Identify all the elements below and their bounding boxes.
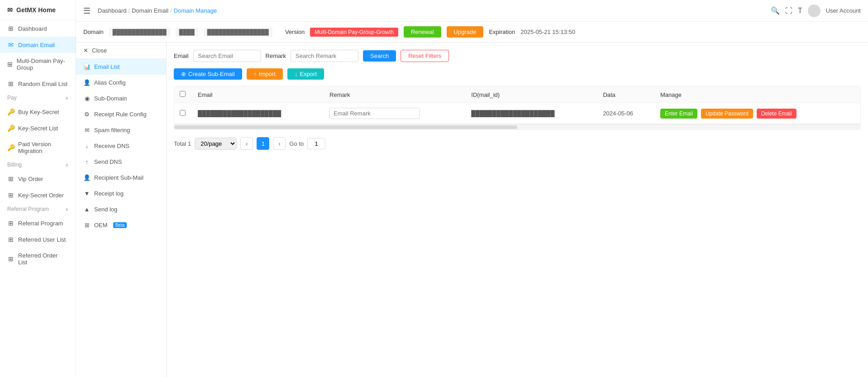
- select-all-checkbox[interactable]: [180, 91, 186, 97]
- header-email: Email: [192, 86, 324, 103]
- email-list-panel: Email Remark Search Reset Filters ⊕ Crea…: [167, 43, 868, 377]
- sidebar-item-paid-version-migration[interactable]: 🔑 Paid Version Migration: [0, 136, 76, 159]
- update-password-button[interactable]: Update Password: [701, 109, 753, 119]
- sub-sidebar: ✕ Close 📊 Email List 👤 Alias Config ◉ Su…: [76, 43, 167, 377]
- fullscreen-icon[interactable]: ⛶: [785, 7, 792, 15]
- sub-sidebar-item-receipt-rule[interactable]: ⚙ Receipt Rule Config: [76, 106, 166, 122]
- sub-sidebar-item-spam-filtering[interactable]: ✉ Spam filtering: [76, 122, 166, 138]
- key-secret-order-icon: ⊞: [7, 191, 14, 199]
- next-page-button[interactable]: ›: [273, 137, 286, 150]
- content-area: ✕ Close 📊 Email List 👤 Alias Config ◉ Su…: [76, 43, 868, 377]
- oem-beta-badge: Beta: [113, 222, 127, 228]
- breadcrumb-sep-2: /: [170, 7, 172, 14]
- hamburger-icon[interactable]: ☰: [83, 6, 91, 16]
- sub-sidebar-item-email-list[interactable]: 📊 Email List: [76, 59, 166, 75]
- oem-icon: ⊞: [83, 222, 91, 229]
- vip-order-icon: ⊞: [7, 175, 14, 182]
- sub-sidebar-item-sub-domain[interactable]: ◉ Sub-Domain: [76, 91, 166, 106]
- breadcrumb-domain-email[interactable]: Domain Email: [132, 7, 168, 14]
- header-manage: Manage: [655, 86, 860, 103]
- reset-filters-button[interactable]: Reset Filters: [401, 50, 449, 62]
- domain-extra-1: ████: [176, 28, 198, 37]
- sub-domain-icon: ◉: [83, 95, 91, 102]
- breadcrumb-dashboard[interactable]: Dashboard: [98, 7, 127, 14]
- remark-input[interactable]: [329, 108, 420, 119]
- sidebar-item-domain-email[interactable]: ✉ Domain Email: [0, 37, 76, 53]
- send-dns-icon: ↑: [83, 158, 91, 165]
- page-1-button[interactable]: 1: [257, 137, 269, 150]
- header-id: ID(mail_id): [466, 86, 597, 103]
- renewal-button[interactable]: Renewal: [404, 26, 441, 38]
- sub-sidebar-item-alias-config[interactable]: 👤 Alias Config: [76, 75, 166, 91]
- remark-search-input[interactable]: [291, 50, 358, 62]
- main-area: ☰ Dashboard / Domain Email / Domain Mana…: [76, 0, 868, 377]
- import-button[interactable]: ↑ Import: [247, 68, 283, 80]
- expiration-value: 2025-05-21 15:13:50: [520, 29, 575, 35]
- sidebar-item-multi-domain[interactable]: ⊞ Multi-Domain Pay-Group: [0, 53, 76, 76]
- email-table-wrap: Email Remark ID(mail_id) Data Manage: [174, 86, 861, 130]
- sub-sidebar-item-oem[interactable]: ⊞ OEM Beta: [76, 217, 166, 233]
- sidebar-item-key-secret-list[interactable]: 🔑 Key-Secret List: [0, 120, 76, 136]
- sidebar-item-key-secret-order[interactable]: ⊞ Key-Secret Order: [0, 187, 76, 203]
- action-row: ⊕ Create Sub-Email ↑ Import ↓ Export: [174, 68, 861, 80]
- sidebar: ✉ GetMX Home ⊞ Dashboard ✉ Domain Email …: [0, 0, 76, 377]
- goto-input[interactable]: [307, 138, 325, 149]
- breadcrumb-domain-manage: Domain Manage: [174, 7, 217, 14]
- export-button[interactable]: ↓ Export: [287, 68, 324, 80]
- alias-config-icon: 👤: [83, 79, 91, 86]
- sub-sidebar-item-send-dns[interactable]: ↑ Send DNS: [76, 154, 166, 170]
- table-scrollbar[interactable]: [174, 124, 860, 129]
- sidebar-item-buy-key-secret[interactable]: 🔑 Buy Key-Secret: [0, 104, 76, 120]
- email-filter-label: Email: [174, 52, 189, 59]
- sub-sidebar-item-send-log[interactable]: ▲ Send log: [76, 201, 166, 217]
- row-checkbox[interactable]: [180, 110, 186, 116]
- paid-migration-icon: 🔑: [7, 144, 14, 151]
- sidebar-item-referral-program[interactable]: ⊞ Referral Program: [0, 215, 76, 231]
- email-search-input[interactable]: [193, 50, 261, 62]
- create-sub-email-button[interactable]: ⊕ Create Sub-Email: [174, 68, 242, 80]
- delete-email-button[interactable]: Delete Email: [757, 109, 796, 119]
- logo-icon: ✉: [7, 6, 13, 14]
- close-panel-button[interactable]: ✕ Close: [76, 43, 166, 59]
- scrollbar-thumb: [174, 125, 517, 129]
- billing-section-header: Billing ∧: [0, 159, 76, 171]
- avatar[interactable]: [808, 5, 820, 17]
- search-icon[interactable]: 🔍: [771, 6, 780, 15]
- expiration-label: Expiration: [489, 29, 515, 35]
- manage-cell: Enter Email Update Password Delete Email: [660, 109, 855, 119]
- font-size-icon[interactable]: T: [798, 7, 802, 15]
- sub-sidebar-item-receive-dns[interactable]: ↓ Receive DNS: [76, 138, 166, 154]
- sidebar-item-random-email[interactable]: ⊞ Random Email List: [0, 76, 76, 92]
- prev-page-button[interactable]: ‹: [240, 137, 253, 150]
- table-row: ████████████████████ ███████████████████…: [174, 103, 860, 124]
- create-icon: ⊕: [181, 71, 186, 77]
- version-badge: Multi-Domain Pay-Group-Growth: [310, 28, 398, 37]
- multi-domain-icon: ⊞: [7, 61, 13, 68]
- username: User Account: [826, 7, 861, 14]
- referred-order-icon: ⊞: [7, 255, 14, 262]
- export-icon: ↓: [295, 71, 298, 77]
- domain-value: ██████████████: [109, 28, 170, 37]
- referred-user-icon: ⊞: [7, 236, 14, 243]
- sidebar-logo[interactable]: ✉ GetMX Home: [0, 0, 76, 20]
- row-manage-cell: Enter Email Update Password Delete Email: [655, 103, 860, 124]
- sidebar-item-referred-order-list[interactable]: ⊞ Referred Order List: [0, 248, 76, 270]
- dashboard-icon: ⊞: [7, 25, 14, 32]
- spam-filter-icon: ✉: [83, 127, 91, 134]
- table-header-row: Email Remark ID(mail_id) Data Manage: [174, 86, 860, 103]
- sidebar-item-vip-order[interactable]: ⊞ Vip Order: [0, 171, 76, 187]
- sub-sidebar-item-recipient-sub-mail[interactable]: 👤 Recipient Sub-Mail: [76, 170, 166, 186]
- upgrade-button[interactable]: Upgrade: [447, 26, 484, 38]
- sidebar-item-referred-user-list[interactable]: ⊞ Referred User List: [0, 231, 76, 248]
- sub-sidebar-item-receipt-log[interactable]: ▼ Receipt log: [76, 186, 166, 201]
- sidebar-item-dashboard[interactable]: ⊞ Dashboard: [0, 20, 76, 37]
- search-button[interactable]: Search: [363, 50, 396, 62]
- row-date-cell: 2024-05-06: [597, 103, 655, 124]
- buy-key-icon: 🔑: [7, 108, 14, 115]
- key-list-icon: 🔑: [7, 124, 14, 132]
- page-size-select[interactable]: 20/page 50/page 100/page: [195, 138, 237, 150]
- topbar-right: 🔍 ⛶ T User Account: [771, 5, 861, 17]
- enter-email-button[interactable]: Enter Email: [660, 109, 697, 119]
- domain-email-icon: ✉: [7, 41, 14, 48]
- row-id-cell: ████████████████████: [466, 103, 597, 124]
